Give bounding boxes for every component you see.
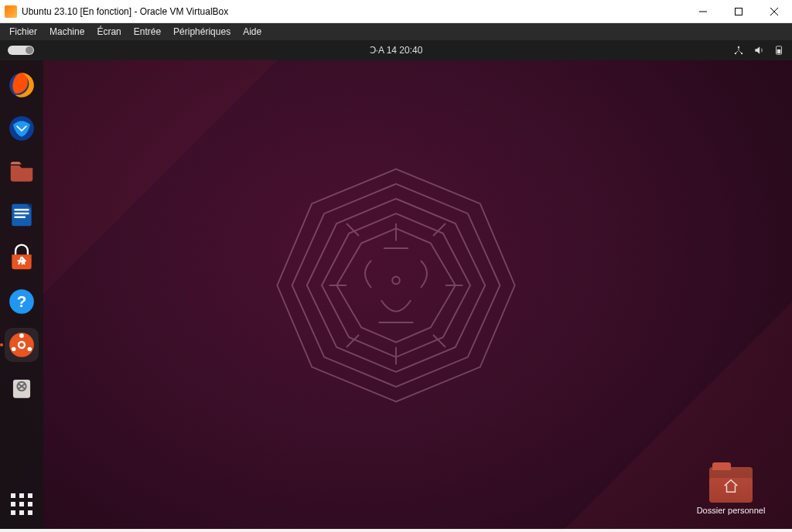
ubuntu-software-icon: A: [7, 244, 36, 273]
volume-icon: [753, 45, 764, 56]
menu-aide[interactable]: Aide: [237, 25, 268, 39]
svg-rect-8: [12, 204, 31, 227]
dock-trash[interactable]: [5, 371, 39, 405]
firefox-icon: [7, 70, 36, 100]
menu-ecran[interactable]: Écran: [90, 25, 127, 39]
menu-peripheriques[interactable]: Périphériques: [167, 25, 237, 39]
svg-marker-25: [336, 228, 456, 342]
svg-point-17: [19, 333, 24, 338]
svg-text:?: ?: [17, 292, 27, 310]
svg-point-19: [12, 347, 16, 352]
dock-writer[interactable]: [5, 198, 39, 232]
dock-help[interactable]: ?: [5, 285, 39, 319]
menu-entree[interactable]: Entrée: [128, 25, 167, 39]
topbar-clock[interactable]: Ɔ·A 14 20:40: [370, 45, 423, 56]
menu-machine[interactable]: Machine: [43, 25, 90, 39]
gnome-topbar: Ɔ·A 14 20:40: [0, 40, 792, 60]
help-icon: ?: [7, 287, 36, 316]
files-icon: [7, 157, 36, 186]
dock-software[interactable]: A: [5, 241, 39, 275]
home-folder-icon: [709, 467, 753, 503]
network-icon: [733, 45, 744, 56]
system-status-area[interactable]: [733, 45, 784, 56]
window-title: Ubuntu 23.10 [En fonction] - Oracle VM V…: [22, 6, 228, 17]
power-icon: [773, 45, 784, 56]
guest-display: Ɔ·A 14 20:40: [0, 40, 792, 529]
wallpaper-maze-art: [272, 162, 520, 409]
desktop-icon-home[interactable]: Dossier personnel: [688, 467, 773, 515]
svg-rect-10: [15, 213, 29, 214]
ubuntu-settings-icon: [7, 330, 36, 360]
svg-point-18: [28, 347, 32, 352]
activities-pill[interactable]: [8, 46, 34, 55]
desktop-icon-label: Dossier personnel: [697, 506, 766, 515]
virtualbox-menubar: Fichier Machine Écran Entrée Périphériqu…: [0, 23, 792, 40]
host-taskbar-sliver: [0, 529, 792, 532]
thunderbird-icon: [7, 114, 36, 143]
svg-rect-5: [777, 49, 781, 53]
trash-icon: [7, 373, 36, 403]
svg-point-26: [392, 277, 400, 285]
virtualbox-titlebar: Ubuntu 23.10 [En fonction] - Oracle VM V…: [0, 0, 792, 23]
gnome-desktop[interactable]: A ?: [0, 60, 792, 529]
dock-settings[interactable]: [5, 328, 39, 362]
svg-rect-9: [15, 209, 29, 210]
menu-fichier[interactable]: Fichier: [3, 25, 43, 39]
svg-point-1: [738, 46, 739, 48]
svg-rect-11: [15, 217, 26, 218]
ubuntu-dock: A ?: [0, 60, 43, 529]
close-button[interactable]: [756, 0, 792, 23]
dock-files[interactable]: [5, 155, 39, 189]
dock-firefox[interactable]: [5, 68, 39, 102]
minimize-button[interactable]: [685, 0, 721, 23]
libreoffice-writer-icon: [7, 200, 36, 230]
svg-text:A: A: [18, 254, 26, 267]
svg-marker-21: [277, 169, 514, 401]
dock-thunderbird[interactable]: [5, 111, 39, 145]
show-applications-button[interactable]: [5, 487, 39, 521]
maximize-button[interactable]: [721, 0, 756, 23]
svg-rect-0: [736, 8, 742, 15]
virtualbox-icon: [5, 5, 17, 18]
